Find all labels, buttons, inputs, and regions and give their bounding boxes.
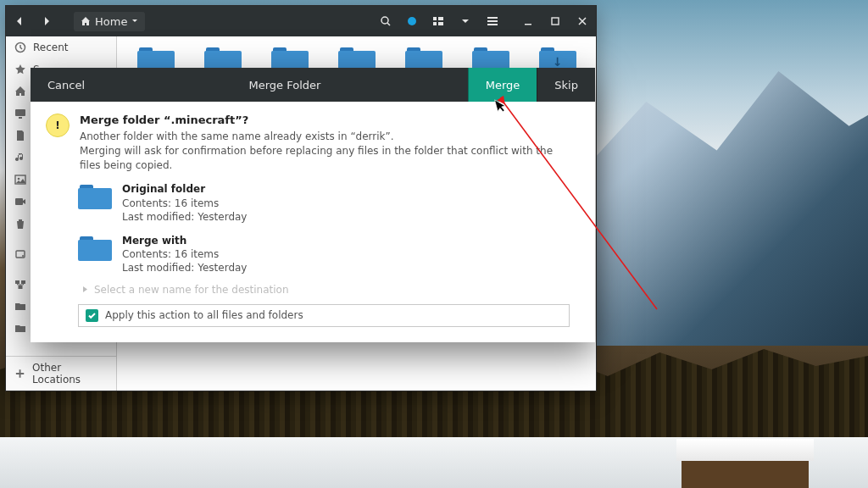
trash-icon — [14, 218, 26, 230]
chevron-right-icon — [81, 286, 89, 293]
plus-icon — [14, 368, 25, 380]
desktop-icon — [14, 108, 26, 119]
merge-with-title: Merge with — [122, 235, 186, 247]
svg-rect-4 — [438, 22, 443, 25]
svg-rect-12 — [19, 117, 22, 119]
breadcrumb[interactable]: Home — [74, 12, 145, 31]
merge-folder-dialog: Cancel Merge Folder Merge Skip ! Merge f… — [31, 68, 595, 342]
forward-button[interactable] — [35, 9, 58, 33]
apply-all-row[interactable]: Apply this action to all files and folde… — [78, 304, 570, 327]
warning-icon: ! — [46, 114, 70, 137]
folder-icon — [14, 323, 26, 335]
chevron-down-icon — [131, 18, 138, 25]
dialog-title: Merge Folder — [102, 79, 468, 92]
svg-rect-3 — [438, 17, 443, 20]
svg-rect-15 — [15, 198, 23, 205]
svg-rect-1 — [433, 17, 437, 20]
sidebar-item-recent[interactable]: Recent — [6, 36, 116, 58]
star-icon — [14, 64, 26, 75]
cancel-button[interactable]: Cancel — [31, 68, 102, 102]
document-icon — [14, 130, 26, 141]
clock-icon — [14, 42, 26, 53]
breadcrumb-home-label: Home — [95, 15, 127, 28]
maximize-button[interactable] — [543, 9, 567, 33]
svg-rect-2 — [433, 22, 437, 25]
music-icon — [14, 152, 26, 164]
home-icon — [14, 86, 26, 97]
fm-titlebar: Home — [6, 6, 596, 36]
svg-rect-18 — [15, 280, 19, 284]
view-options-button[interactable] — [453, 9, 477, 33]
svg-rect-6 — [487, 20, 498, 22]
disk-icon — [14, 248, 26, 260]
svg-point-14 — [18, 178, 20, 180]
original-folder-modified: Last modified: Yesterday — [122, 210, 247, 224]
merge-with-block: Merge with Contents: 16 items Last modif… — [78, 234, 570, 275]
back-button[interactable] — [8, 9, 31, 33]
search-button[interactable] — [374, 9, 398, 33]
svg-point-17 — [22, 255, 24, 257]
svg-rect-20 — [19, 286, 23, 289]
svg-rect-9 — [552, 18, 559, 25]
dialog-header: Cancel Merge Folder Merge Skip — [31, 68, 595, 102]
original-folder-title: Original folder — [122, 183, 205, 195]
close-button[interactable] — [570, 9, 594, 33]
folder-icon — [78, 234, 112, 261]
svg-rect-19 — [21, 280, 25, 284]
rename-expander[interactable]: Select a new name for the destination — [81, 284, 570, 296]
merge-with-contents: Contents: 16 items — [122, 247, 247, 261]
dialog-text-2: Merging will ask for confirmation before… — [80, 144, 570, 173]
status-dot-icon — [408, 17, 416, 25]
sidebar-other-locations[interactable]: Other Locations — [6, 356, 116, 391]
network-icon — [14, 279, 26, 291]
svg-rect-8 — [525, 24, 531, 25]
apply-all-checkbox[interactable] — [86, 309, 98, 322]
dialog-text-1: Another folder with the same name alread… — [80, 130, 570, 144]
svg-rect-11 — [15, 109, 25, 116]
folder-icon — [14, 301, 26, 313]
picture-icon — [14, 174, 26, 186]
video-icon — [14, 196, 26, 208]
svg-point-0 — [381, 17, 388, 24]
minimize-button[interactable] — [516, 9, 540, 33]
original-folder-block: Original folder Contents: 16 items Last … — [78, 182, 570, 224]
original-folder-contents: Contents: 16 items — [122, 197, 247, 210]
hamburger-button[interactable] — [481, 9, 504, 33]
merge-with-modified: Last modified: Yesterday — [122, 261, 247, 274]
home-icon — [81, 16, 91, 26]
svg-rect-7 — [487, 24, 498, 25]
apply-all-label: Apply this action to all files and folde… — [105, 309, 303, 321]
svg-rect-5 — [487, 17, 498, 19]
view-toggle-button[interactable] — [426, 9, 450, 33]
folder-icon — [78, 182, 112, 209]
dialog-heading: Merge folder “.minecraft”? — [80, 114, 570, 126]
